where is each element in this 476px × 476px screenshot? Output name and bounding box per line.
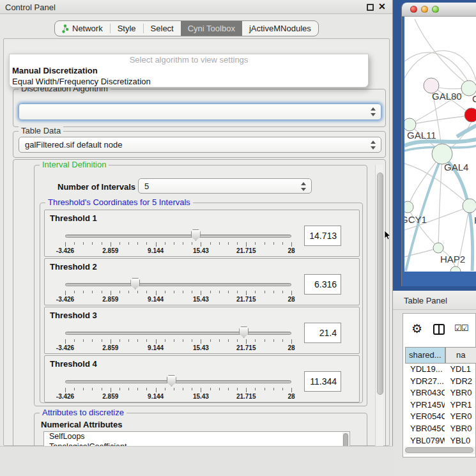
network-node-hap2[interactable] <box>433 243 443 253</box>
table-cell[interactable]: YDL19... <box>405 364 445 376</box>
minor-tick <box>237 388 238 390</box>
threshold-value-field[interactable]: 6.316 <box>304 274 341 295</box>
threshold-slider[interactable]: -3.4262.8599.14415.4321.71528 <box>65 275 291 303</box>
tick-label: 15.43 <box>193 247 209 254</box>
minor-tick <box>74 388 75 390</box>
tick-label: 15.43 <box>193 393 209 400</box>
network-edge[interactable] <box>410 116 471 125</box>
gear-icon[interactable]: ⚙ <box>411 321 422 336</box>
network-canvas[interactable]: GAL80GACGAL11GAL4GCY1HHAP2 <box>404 17 476 272</box>
minor-tick <box>255 242 256 245</box>
minor-tick <box>228 388 229 390</box>
algorithm-option[interactable]: Equal Width/Frequency Discretization <box>10 76 368 87</box>
network-node-h[interactable] <box>463 199 476 213</box>
slider-handle[interactable] <box>167 375 176 387</box>
number-of-intervals-combobox[interactable]: 5 <box>138 178 312 194</box>
threshold-value-field[interactable]: 21.4 <box>304 323 341 343</box>
tab-cyni-toolbox[interactable]: Cyni Toolbox <box>181 21 242 36</box>
slider-handle[interactable] <box>239 326 249 338</box>
table-row[interactable]: YBL079WYBL0 <box>405 435 476 444</box>
network-node-gal11[interactable] <box>404 118 416 131</box>
major-tick <box>65 339 66 344</box>
major-tick <box>65 242 66 247</box>
table-row[interactable]: YBR043CYBR0 <box>405 387 476 399</box>
minor-tick <box>255 291 256 293</box>
table-cell[interactable]: YBR0 <box>445 387 476 399</box>
minor-tick <box>102 339 102 342</box>
table-cell[interactable]: YDL1 <box>445 364 476 376</box>
minimize-traffic-light-icon[interactable] <box>421 6 428 13</box>
horizontal-scrollbar-thumb[interactable] <box>405 447 473 453</box>
table-row[interactable]: YPR145WYPR1 <box>405 399 476 411</box>
column-header[interactable]: shared... <box>405 347 445 364</box>
minor-tick <box>174 339 174 342</box>
threshold-value-field[interactable]: 14.713 <box>304 226 341 246</box>
table-cell[interactable]: YBL079W <box>405 435 445 444</box>
algorithm-combobox[interactable] <box>19 104 381 120</box>
algorithm-option[interactable]: Manual Discretization <box>10 65 368 76</box>
vertical-scrollbar[interactable] <box>375 165 383 460</box>
minor-tick <box>74 291 75 293</box>
column-header[interactable]: na <box>445 347 476 364</box>
combo-arrows-icon <box>371 107 376 117</box>
number-of-intervals-label: Number of Intervals <box>58 182 135 192</box>
float-icon[interactable] <box>367 4 374 11</box>
tab-network[interactable]: Network <box>55 21 110 36</box>
table-row[interactable]: YDL19...YDL1 <box>405 364 476 376</box>
threshold-slider[interactable]: -3.4262.8599.14415.4321.71528 <box>65 324 291 352</box>
table-row[interactable]: YER054CYER0 <box>405 411 476 423</box>
close-traffic-light-icon[interactable] <box>410 6 417 13</box>
threshold-slider[interactable]: -3.4262.8599.14415.4321.71528 <box>65 227 291 255</box>
vertical-scrollbar-thumb[interactable] <box>377 173 383 395</box>
network-edge[interactable] <box>438 156 442 247</box>
slider-handle[interactable] <box>191 229 201 241</box>
table-cell[interactable]: YBR0 <box>445 423 476 435</box>
table-cell[interactable]: YDR27... <box>405 376 445 388</box>
major-tick <box>156 242 157 247</box>
table-cell[interactable]: YBR045C <box>405 423 445 435</box>
table-cell[interactable]: YBR043C <box>405 387 445 399</box>
interval-definition-group: Interval Definition Number of Intervals … <box>34 165 367 406</box>
network-node-c[interactable] <box>464 108 476 122</box>
network-graph[interactable]: GAL80GACGAL11GAL4GCY1HHAP2 <box>404 17 476 272</box>
slider-track[interactable] <box>65 332 291 335</box>
tab-select[interactable]: Select <box>144 21 181 36</box>
slider-track[interactable] <box>65 380 291 383</box>
threshold-value-field[interactable]: 11.344 <box>304 371 341 392</box>
slider-handle[interactable] <box>130 278 140 289</box>
minor-tick <box>210 242 211 245</box>
table-row[interactable]: YBR045CYBR0 <box>405 423 476 435</box>
zoom-traffic-light-icon[interactable] <box>432 6 439 13</box>
minor-tick <box>74 242 75 245</box>
network-node-gcy1[interactable] <box>404 201 413 213</box>
major-tick <box>111 339 111 344</box>
minor-tick <box>255 339 256 342</box>
checkbox-checked-icons[interactable]: ☑☑ <box>454 323 468 333</box>
minor-tick <box>192 339 192 342</box>
table-cell[interactable]: YDR2 <box>445 376 476 388</box>
algorithm-dropdown-prompt[interactable]: Select algorithm to view settings <box>10 54 368 65</box>
major-tick <box>201 242 201 247</box>
network-edge-thick[interactable] <box>457 125 476 137</box>
table-cell[interactable]: YER0 <box>445 411 476 423</box>
network-node[interactable] <box>450 266 461 272</box>
minor-tick <box>165 388 165 390</box>
table-row[interactable]: YDR27...YDR2 <box>405 376 476 388</box>
slider-track[interactable] <box>65 234 291 238</box>
table-grid[interactable]: shared...naYDL19...YDL1YDR27...YDR2YBR04… <box>405 347 476 444</box>
minor-tick <box>92 339 93 342</box>
slider-track[interactable] <box>65 283 291 286</box>
table-cell[interactable]: YBL0 <box>445 435 476 444</box>
attribute-list-item[interactable]: SelfLoops <box>44 432 349 442</box>
close-icon[interactable]: ✕ <box>378 1 386 12</box>
tab-style[interactable]: Style <box>111 21 143 36</box>
threshold-slider[interactable]: -3.4262.8599.14415.4321.71528 <box>65 372 291 401</box>
table-cell[interactable]: YPR145W <box>405 399 445 411</box>
tab-jactivemnodules[interactable]: jActiveMNodules <box>242 21 318 36</box>
table-data-combobox[interactable]: galFiltered.sif default node <box>19 137 381 153</box>
minor-tick <box>192 291 192 293</box>
table-cell[interactable]: YPR1 <box>445 399 476 411</box>
split-view-icon[interactable] <box>433 324 445 335</box>
table-cell[interactable]: YER054C <box>405 411 445 423</box>
horizontal-scrollbar[interactable] <box>404 447 475 454</box>
